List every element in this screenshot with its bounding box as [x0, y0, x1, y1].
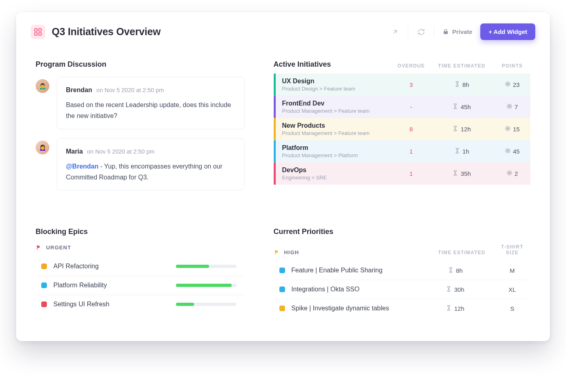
initiative-points: 23: [494, 81, 530, 88]
card-active-initiatives: Active Initiatives OVERDUE TIME ESTIMATE…: [269, 59, 535, 207]
priority-name: Integrations | Okta SSO: [291, 286, 416, 293]
initiative-path: Product Management > Platform: [282, 152, 393, 158]
separator: [408, 27, 408, 37]
initiative-meta: UX DesignProduct Design > Feature team: [282, 78, 393, 92]
initiative-overdue: 1: [393, 170, 429, 177]
progress-bar: [176, 303, 237, 306]
initiative-name: Platform: [282, 144, 393, 152]
initiative-points: 45: [494, 148, 530, 155]
comment-body: Based on the recent Leadership update, d…: [66, 99, 235, 121]
privacy-toggle[interactable]: Private: [443, 28, 472, 35]
initiative-meta: PlatformProduct Management > Platform: [282, 144, 393, 158]
epic-row[interactable]: Platform Reliability: [36, 276, 245, 295]
header: Q3 Initiatives Overview Private: [31, 23, 535, 40]
progress-bar: [176, 284, 237, 287]
dashboard-app: Q3 Initiatives Overview Private: [16, 12, 550, 341]
epic-name: API Refactoring: [53, 263, 169, 270]
initiative-points: 15: [494, 126, 530, 133]
initiative-overdue: 1: [393, 148, 429, 155]
column-header-overdue: OVERDUE: [393, 63, 429, 69]
priority-name: Spike | Investigate dynamic tables: [291, 305, 416, 312]
priority-size: S: [494, 305, 530, 312]
comment-author: Brendan: [66, 86, 92, 93]
epic-row[interactable]: API Refactoring: [36, 257, 245, 276]
comment-timestamp: on Nov 5 2020 at 2:50 pm: [87, 148, 154, 155]
initiative-row[interactable]: FrontEnd DevProduct Management > Feature…: [274, 96, 530, 118]
priority-row[interactable]: Feature | Enable Public Sharing8hM: [274, 261, 530, 280]
priority-row[interactable]: Spike | Investigate dynamic tables12hS: [274, 299, 530, 318]
mention[interactable]: @Brendan: [66, 163, 99, 170]
comment: 🙍‍♂️ Brendan on Nov 5 2020 at 2:50 pm Ba…: [36, 77, 245, 129]
hourglass-icon: [452, 126, 458, 133]
urgent-label: URGENT: [46, 244, 71, 251]
hourglass-icon: [454, 81, 460, 88]
column-header-time: TIME ESTIMATED: [429, 250, 494, 255]
priority-list: Feature | Enable Public Sharing8hMIntegr…: [274, 261, 530, 318]
initiative-name: New Products: [282, 122, 393, 129]
initiative-name: DevOps: [282, 166, 393, 174]
star-icon: [507, 170, 512, 177]
status-square-icon: [41, 301, 47, 307]
avatar: 🙍‍♂️: [36, 79, 49, 93]
add-widget-button[interactable]: + Add Widget: [480, 23, 535, 40]
header-left: Q3 Initiatives Overview: [31, 25, 161, 39]
initiative-row[interactable]: PlatformProduct Management > Platform11h…: [274, 140, 530, 162]
initiative-overdue: -: [393, 103, 429, 110]
hourglass-icon: [446, 286, 452, 293]
card-current-priorities: Current Priorities HIGH TIME ESTIMATED T…: [269, 226, 535, 325]
comment-bubble[interactable]: Maria on Nov 5 2020 at 2:50 pm @Brendan …: [57, 138, 245, 191]
star-icon: [505, 81, 511, 88]
star-icon: [507, 103, 512, 110]
priority-time: 30h: [423, 286, 488, 293]
initiative-time: 35h: [429, 170, 494, 177]
header-actions: Private + Add Widget: [388, 23, 535, 40]
initiatives-header: Active Initiatives OVERDUE TIME ESTIMATE…: [274, 60, 530, 69]
status-square-icon: [41, 282, 47, 288]
priority-size: XL: [494, 286, 530, 293]
card-title: Blocking Epics: [36, 228, 245, 236]
priorities-header: HIGH TIME ESTIMATED T-SHIRT SIZE: [274, 244, 530, 255]
page-title: Q3 Initiatives Overview: [52, 26, 161, 38]
column-header-size: T-SHIRT SIZE: [494, 244, 530, 255]
initiative-time: 1h: [429, 148, 494, 155]
privacy-label: Private: [452, 28, 472, 35]
progress-bar: [176, 265, 237, 268]
card-blocking-epics: Blocking Epics URGENT API RefactoringPla…: [31, 226, 249, 325]
hourglass-icon: [454, 148, 460, 155]
card-program-discussion: Program Discussion 🙍‍♂️ Brendan on Nov 5…: [31, 59, 249, 207]
initiative-name: UX Design: [282, 78, 393, 85]
initiative-name: FrontEnd Dev: [282, 100, 393, 107]
star-icon: [505, 126, 511, 133]
initiatives-list: UX DesignProduct Design > Feature team38…: [274, 74, 530, 185]
status-square-icon: [41, 263, 47, 269]
card-title: Current Priorities: [274, 228, 530, 236]
expand-icon[interactable]: [388, 25, 402, 39]
initiative-meta: New ProductsProduct Management > Feature…: [282, 122, 393, 136]
flag-icon: [274, 249, 280, 255]
initiative-time: 45h: [429, 103, 494, 110]
initiative-meta: FrontEnd DevProduct Management > Feature…: [282, 100, 393, 114]
status-square-icon: [279, 268, 285, 273]
priority-size: M: [494, 267, 530, 274]
initiative-overdue: 3: [393, 81, 429, 88]
lock-icon: [443, 29, 449, 35]
epic-name: Settings UI Refresh: [53, 301, 169, 308]
initiative-row[interactable]: DevOpsEngineering > SRE135h2: [274, 162, 530, 185]
epic-row[interactable]: Settings UI Refresh: [36, 295, 245, 314]
priority-row[interactable]: Integrations | Okta SSO30hXL: [274, 280, 530, 299]
initiative-row[interactable]: UX DesignProduct Design > Feature team38…: [274, 74, 530, 96]
status-square-icon: [279, 306, 285, 311]
initiative-time: 8h: [429, 81, 494, 88]
star-icon: [505, 148, 511, 155]
refresh-icon[interactable]: [414, 25, 429, 39]
initiative-row[interactable]: New ProductsProduct Management > Feature…: [274, 118, 530, 140]
priority-name: Feature | Enable Public Sharing: [291, 267, 416, 274]
comment-bubble[interactable]: Brendan on Nov 5 2020 at 2:50 pm Based o…: [57, 77, 245, 129]
card-title: Active Initiatives: [274, 60, 393, 69]
priority-time: 8h: [423, 267, 488, 274]
card-title: Program Discussion: [36, 60, 245, 69]
comment-body: @Brendan - Yup, this encompasses everyth…: [66, 161, 235, 183]
epic-list: API RefactoringPlatform ReliabilitySetti…: [36, 257, 245, 314]
section-label-urgent: URGENT: [36, 244, 245, 251]
initiative-points: 7: [494, 103, 530, 110]
